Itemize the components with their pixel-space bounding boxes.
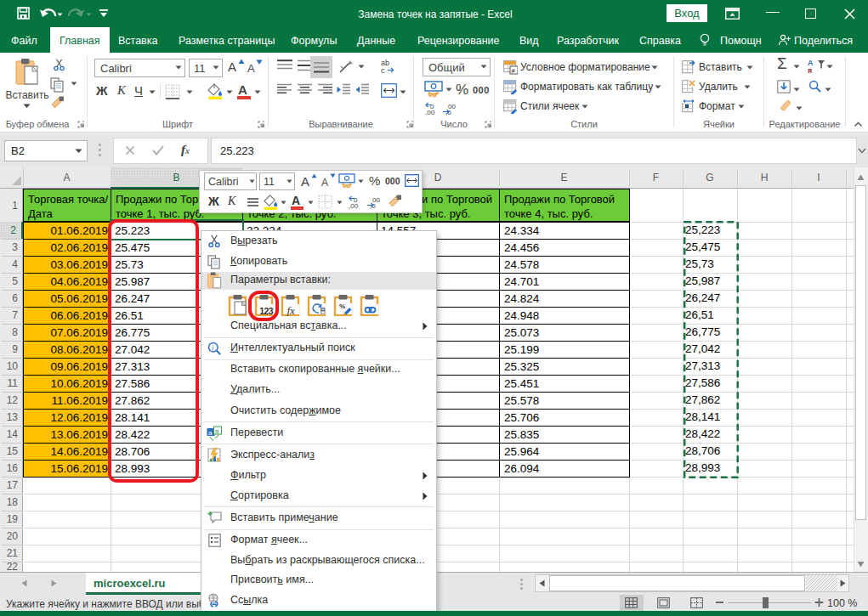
svg-text:я: я [215,427,218,435]
svg-text:a: a [208,429,213,437]
svg-text:я: я [808,66,812,73]
svg-text:,00: ,00 [425,109,435,116]
svg-text:%: % [339,302,345,310]
svg-text:fx: fx [287,304,296,317]
svg-text:≠: ≠ [512,67,516,75]
svg-text:c: c [381,66,385,74]
svg-text:,00: ,00 [349,202,359,209]
svg-text:i: i [212,344,213,352]
